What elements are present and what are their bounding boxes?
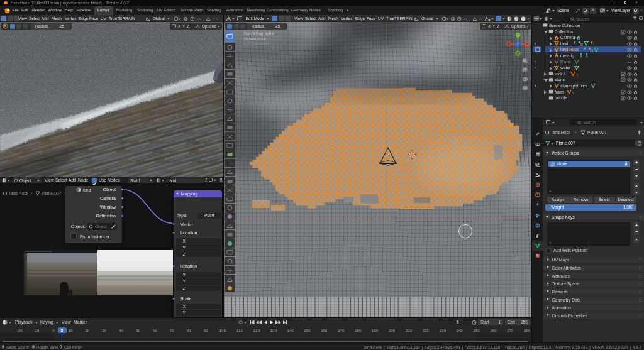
svg-text:(5) land.Rock: (5) land.Rock [243,37,267,41]
svg-text:10 Centimeters: 10 Centimeters [243,42,269,46]
svg-text:Top Orthographic: Top Orthographic [243,31,275,36]
